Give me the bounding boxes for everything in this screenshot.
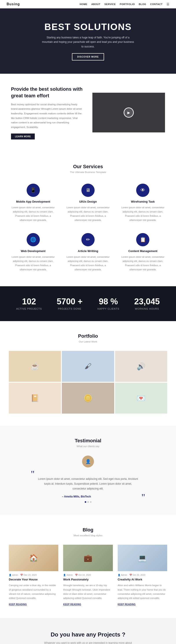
- service-icon-5: 📋: [136, 233, 149, 246]
- blog-desc-0: Camping out under a blue sky, in the mid…: [9, 583, 58, 600]
- services-title: Our Services: [9, 164, 167, 170]
- blog-read-more-0[interactable]: KEEP READING: [9, 603, 27, 606]
- site-logo[interactable]: Busing: [6, 2, 20, 6]
- service-name-0: Mobile App Development: [11, 200, 55, 203]
- blog-item-1: 💼 👤 Admin 📅 Oct 14, 2020 Work Passionate…: [63, 545, 113, 606]
- nav-portfolio[interactable]: PORTFOLIO: [120, 3, 135, 6]
- blog-date-icon-2: 📅 Oct 20, 2020: [129, 574, 145, 576]
- service-name-4: Article Writting: [66, 250, 110, 253]
- services-section: Our Services The Ultimate Business Templ…: [0, 152, 176, 286]
- hero-content: BEST SOLUTIONS Starting any business tak…: [42, 22, 134, 60]
- hero-title: BEST SOLUTIONS: [42, 22, 134, 32]
- testimonial-title: Testimonial: [13, 438, 163, 444]
- portfolio-item-0[interactable]: ☕: [9, 351, 61, 382]
- blog-date-2: Oct 20, 2020: [133, 574, 145, 576]
- nav-service[interactable]: SERVICE: [104, 3, 116, 6]
- navbar: Busing HOME ABOUT SERVICE PORTFOLIO BLOG…: [0, 0, 176, 8]
- blog-date-0: Dec 23, 2020: [23, 574, 37, 576]
- nav-links: HOME ABOUT SERVICE PORTFOLIO BLOG CONTAC…: [80, 2, 170, 6]
- testimonial-dots: [13, 501, 163, 503]
- nav-about[interactable]: ABOUT: [91, 3, 100, 6]
- portfolio-section: Portfolio Our Latest Work ☕ 🖌 🔊 📔 🪙 💌: [0, 321, 176, 426]
- stat-number-0: 102: [16, 297, 42, 306]
- service-item-0: 📱 Mobile App Development Lorem ipsum dol…: [9, 182, 57, 225]
- stat-number-3: 23,045: [134, 297, 160, 306]
- hero-description: Starting any business takes a huge leap …: [42, 35, 134, 49]
- about-learn-more-button[interactable]: LEARN MORE: [11, 134, 35, 140]
- service-desc-3: Lorem ipsum dolor sit amet, consectetur …: [11, 255, 55, 272]
- blog-author-icon-2: 👤 Admin: [118, 574, 127, 576]
- portfolio-item-2[interactable]: 🔊: [115, 351, 167, 382]
- portfolio-item-5[interactable]: 💌: [115, 383, 167, 414]
- service-item-1: 🖥 UI/Ux Design Lorem ipsum dolor sit ame…: [64, 182, 112, 225]
- nav-contact[interactable]: CONTACT: [150, 3, 163, 6]
- blog-desc-2: Alton and wife's Williams Morris began t…: [118, 583, 167, 600]
- blog-date-icon-1: 📅 Oct 14, 2020: [75, 574, 91, 576]
- nav-blog[interactable]: BLOG: [139, 3, 146, 6]
- portfolio-subtitle: Our Latest Work: [9, 340, 167, 343]
- hero-section: BEST SOLUTIONS Starting any business tak…: [0, 8, 176, 74]
- quote-open-icon: ": [31, 472, 35, 476]
- dot-2[interactable]: [87, 501, 89, 503]
- service-item-2: 👁 Wireframing Task Lorem ipsum dolor sit…: [119, 182, 167, 225]
- blog-thumb-1: 💼: [63, 545, 113, 571]
- services-grid: 📱 Mobile App Development Lorem ipsum dol…: [9, 182, 167, 274]
- about-text: Provide the best solutions with great te…: [11, 86, 84, 140]
- dot-1[interactable]: [85, 501, 86, 503]
- portfolio-thumb-0: ☕: [9, 351, 61, 382]
- stat-item-3: 23,045 WORKING HOURS: [134, 297, 160, 310]
- quote-close-icon: ": [141, 495, 145, 500]
- dot-3[interactable]: [90, 501, 91, 503]
- service-desc-5: Lorem ipsum dolor sit amet, consectetur …: [121, 255, 165, 272]
- testimonial-avatar: 👤: [82, 456, 94, 468]
- stat-number-1: 5700 +: [57, 297, 83, 306]
- service-desc-2: Lorem ipsum dolor sit amet, consectetur …: [121, 206, 165, 222]
- blog-author-0: admin: [12, 574, 18, 576]
- blog-grid: 🏠 👤 admin 📅 Dec 23, 2020 Decorate Your H…: [9, 545, 167, 606]
- stat-item-1: 5700 + PROJECTS DONE: [57, 297, 83, 310]
- cta-section: Do you have any Projects ? Whatever you …: [0, 618, 176, 644]
- services-subtitle: The Ultimate Business Template: [9, 171, 167, 174]
- blog-thumb-0: 🏠: [9, 545, 58, 571]
- blog-title-2: Creativity At Work: [118, 578, 167, 582]
- testimonial-section: Testimonial What our clients say 👤 " Lor…: [0, 426, 176, 515]
- portfolio-title: Portfolio: [9, 333, 167, 339]
- menu-icon[interactable]: ☰: [167, 2, 170, 6]
- portfolio-item-4[interactable]: 🪙: [62, 383, 114, 414]
- about-section: Provide the best solutions with great te…: [0, 74, 176, 152]
- stat-label-3: WORKING HOURS: [134, 308, 160, 310]
- blog-read-more-2[interactable]: KEEP READING: [118, 603, 136, 606]
- service-icon-2: 👁: [136, 184, 149, 197]
- stat-label-0: ACTIVE PROJECTS: [16, 308, 42, 310]
- blog-read-more-1[interactable]: KEEP READING: [63, 603, 81, 606]
- about-video: ▶: [92, 93, 165, 132]
- service-icon-3: 🌐: [27, 233, 40, 246]
- blog-title-0: Decorate Your House: [9, 578, 58, 582]
- blog-item-2: 💻 👤 Admin 📅 Oct 20, 2020 Creativity At W…: [118, 545, 167, 606]
- service-item-5: 📋 Content Management Lorem ipsum dolor s…: [119, 231, 167, 274]
- service-icon-4: ✏: [82, 233, 94, 246]
- portfolio-thumb-5: 💌: [115, 383, 167, 414]
- stat-label-1: PROJECTS DONE: [57, 308, 83, 310]
- portfolio-item-1[interactable]: 🖌: [62, 351, 114, 382]
- blog-author-icon-0: 👤 admin: [9, 574, 18, 576]
- hero-cta-button[interactable]: DISCOVER MORE: [72, 53, 104, 60]
- blog-date-icon-0: 📅 Dec 23, 2020: [20, 574, 37, 576]
- video-thumbnail: ▶: [92, 93, 165, 132]
- service-icon-1: 🖥: [82, 184, 94, 197]
- portfolio-grid: ☕ 🖌 🔊 📔 🪙 💌: [9, 351, 167, 414]
- nav-home[interactable]: HOME: [80, 3, 87, 6]
- stats-section: 102 ACTIVE PROJECTS 5700 + PROJECTS DONE…: [0, 286, 176, 321]
- quote-wrapper: " Lorem ipsum dolor sit amet, consectetu…: [31, 472, 145, 491]
- service-name-2: Wireframing Task: [121, 200, 165, 203]
- stat-item-0: 102 ACTIVE PROJECTS: [16, 297, 42, 310]
- play-button[interactable]: ▶: [124, 108, 134, 118]
- service-item-3: 🌐 Web Development Lorem ipsum dolor sit …: [9, 231, 57, 274]
- portfolio-item-3[interactable]: 📔: [9, 383, 61, 414]
- blog-author-2: Admin: [121, 574, 127, 576]
- testimonial-text: Lorem ipsum dolor sit amet, consectetur …: [33, 476, 143, 491]
- blog-date-1: Oct 14, 2020: [78, 574, 91, 576]
- blog-meta-0: 👤 admin 📅 Dec 23, 2020: [9, 574, 58, 576]
- blog-item-0: 🏠 👤 admin 📅 Dec 23, 2020 Decorate Your H…: [9, 545, 58, 606]
- testimonial-author: – Amelia Mills, BioTech: [13, 495, 163, 498]
